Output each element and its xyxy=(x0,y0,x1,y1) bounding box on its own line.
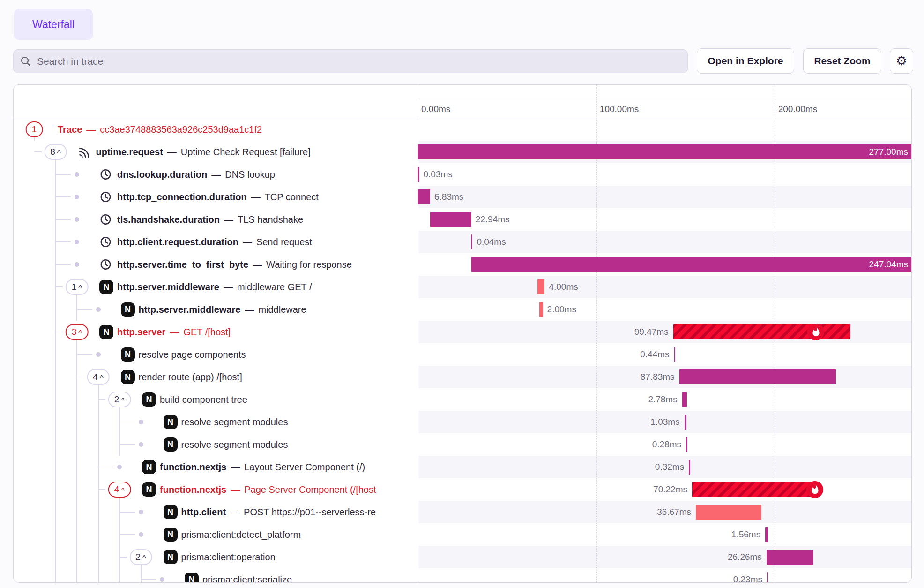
duration-bar[interactable] xyxy=(674,347,676,362)
separator-dash: — xyxy=(211,169,221,180)
expand-collapse-pill[interactable]: 4^ xyxy=(108,482,131,498)
span-label: Trace—cc3ae3748883563a926c253d9aa1c1f2 xyxy=(58,118,262,141)
span-row-left: 8^uptime.request—Uptime Check Request [f… xyxy=(14,141,418,163)
tree-guide xyxy=(55,366,56,388)
span-row[interactable]: 3^Nhttp.server—GET /[host]99.47ms xyxy=(14,321,911,343)
duration-bar[interactable] xyxy=(471,234,473,249)
duration-bar[interactable] xyxy=(765,527,768,542)
duration-label: 2.78ms xyxy=(648,388,677,411)
span-row[interactable]: http.server.time_to_first_byte—Waiting f… xyxy=(14,253,911,276)
duration-bar[interactable]: 247.04ms xyxy=(471,257,912,272)
timeline-header[interactable]: 0.00ms100.00ms200.00ms xyxy=(14,85,911,118)
span-description: GET /[host] xyxy=(183,327,231,338)
span-row[interactable]: 2^Nprisma:client:operation26.26ms xyxy=(14,546,911,568)
search-input[interactable] xyxy=(13,49,688,73)
duration-bar[interactable] xyxy=(692,482,817,497)
span-description: POST https://p01--serverless-re xyxy=(244,507,376,518)
span-row[interactable]: 2^Nbuild component tree2.78ms xyxy=(14,388,911,411)
span-row[interactable]: Nhttp.server.middleware—middleware2.00ms xyxy=(14,298,911,321)
tree-elbow xyxy=(119,512,135,513)
duration-bar[interactable] xyxy=(767,572,768,583)
tree-elbow xyxy=(98,399,106,400)
span-row-right: 36.67ms xyxy=(418,501,912,523)
duration-bar[interactable] xyxy=(418,167,419,182)
span-row[interactable]: Nresolve segment modules0.28ms xyxy=(14,433,911,456)
span-row[interactable]: 4^Nfunction.nextjs—Page Server Component… xyxy=(14,478,911,501)
separator-dash: — xyxy=(167,147,177,158)
span-row[interactable]: http.tcp_connection.duration—TCP connect… xyxy=(14,186,911,208)
nextjs-icon: N xyxy=(121,370,135,384)
duration-bar[interactable]: 277.00ms xyxy=(418,144,912,159)
span-row-left: Nprisma:client:detect_platform xyxy=(14,523,418,546)
span-label: resolve segment modules xyxy=(181,411,288,433)
tree-elbow xyxy=(119,534,135,535)
open-in-explore-button[interactable]: Open in Explore xyxy=(697,48,794,74)
tree-elbow xyxy=(56,219,71,220)
expand-collapse-pill[interactable]: 2^ xyxy=(108,392,131,407)
duration-bar[interactable] xyxy=(537,279,544,294)
nextjs-logo: N xyxy=(164,550,178,564)
tree-guide xyxy=(55,388,56,411)
span-label: function.nextjs—Layout Server Component … xyxy=(160,456,365,478)
tree-elbow xyxy=(77,309,92,310)
expand-collapse-pill[interactable]: 4^ xyxy=(87,369,110,385)
expand-collapse-pill[interactable]: 1^ xyxy=(66,279,89,295)
span-row[interactable]: tls.handshake.duration—TLS handshake22.9… xyxy=(14,208,911,231)
nextjs-icon: N xyxy=(164,415,178,429)
tree-elbow xyxy=(119,444,135,445)
span-row-left: tls.handshake.duration—TLS handshake xyxy=(14,208,418,231)
duration-label: 22.94ms xyxy=(476,208,510,231)
span-row[interactable]: http.client.request.duration—Send reques… xyxy=(14,231,911,253)
span-label: http.server—GET /[host] xyxy=(117,321,231,343)
pill-count: 8 xyxy=(50,147,55,157)
tree-dot xyxy=(75,240,79,244)
span-label: dns.lookup.duration—DNS lookup xyxy=(117,163,275,186)
span-row-left: 4^Nrender route (app) /[host] xyxy=(14,366,418,388)
nextjs-icon: N xyxy=(142,482,156,497)
duration-bar[interactable] xyxy=(418,189,430,204)
tree-dot xyxy=(160,577,164,582)
expand-collapse-pill[interactable]: 3^ xyxy=(66,324,89,340)
search-field[interactable] xyxy=(36,55,681,68)
duration-bar[interactable] xyxy=(539,302,543,317)
span-row-left: Nfunction.nextjs—Layout Server Component… xyxy=(14,456,418,478)
span-row[interactable]: Nresolve page components0.44ms xyxy=(14,343,911,366)
duration-bar[interactable] xyxy=(686,437,687,452)
tree-stub xyxy=(141,565,142,568)
duration-bar[interactable] xyxy=(696,505,761,520)
expand-collapse-pill[interactable]: 8^ xyxy=(44,144,67,160)
settings-button[interactable]: ⚙ xyxy=(890,48,913,74)
expand-collapse-pill[interactable]: 1 xyxy=(26,121,43,137)
span-row[interactable]: 1^Nhttp.server.middleware—middleware GET… xyxy=(14,276,911,298)
span-description: Send request xyxy=(256,237,312,248)
span-row[interactable]: 8^uptime.request—Uptime Check Request [f… xyxy=(14,141,911,163)
minimap-divider xyxy=(418,100,911,100)
tree-guide xyxy=(76,478,77,501)
trace-row[interactable]: 1Trace—cc3ae3748883563a926c253d9aa1c1f2 xyxy=(14,118,911,141)
tree-guide xyxy=(55,478,56,501)
duration-bar[interactable] xyxy=(430,212,471,227)
duration-bar[interactable] xyxy=(767,550,813,565)
expand-collapse-pill[interactable]: 2^ xyxy=(129,549,152,565)
nextjs-logo: N xyxy=(164,415,178,429)
span-row-right: 0.32ms xyxy=(418,456,912,478)
duration-bar[interactable] xyxy=(689,460,690,475)
duration-bar[interactable] xyxy=(685,415,686,430)
span-row[interactable]: Nprisma:client:detect_platform1.56ms xyxy=(14,523,911,546)
span-row[interactable]: Nprisma:client:serialize0.23ms xyxy=(14,568,911,583)
span-row[interactable]: 4^Nrender route (app) /[host]87.83ms xyxy=(14,366,911,388)
span-row[interactable]: Nfunction.nextjs—Layout Server Component… xyxy=(14,456,911,478)
span-description: TCP connect xyxy=(265,192,319,203)
duration-bar[interactable] xyxy=(682,392,687,407)
span-op-name: function.nextjs xyxy=(160,484,226,495)
span-row-right: 26.26ms xyxy=(418,546,912,568)
span-row[interactable]: Nresolve segment modules1.03ms xyxy=(14,411,911,433)
span-row[interactable]: dns.lookup.duration—DNS lookup0.03ms xyxy=(14,163,911,186)
span-description: middleware xyxy=(258,304,306,315)
reset-zoom-button[interactable]: Reset Zoom xyxy=(803,48,881,74)
panel-divider[interactable] xyxy=(418,85,418,582)
duration-bar[interactable] xyxy=(679,369,836,384)
span-row[interactable]: Nhttp.client—POST https://p01--serverles… xyxy=(14,501,911,523)
span-op-name: http.tcp_connection.duration xyxy=(117,192,247,203)
tab-waterfall[interactable]: Waterfall xyxy=(14,9,93,40)
